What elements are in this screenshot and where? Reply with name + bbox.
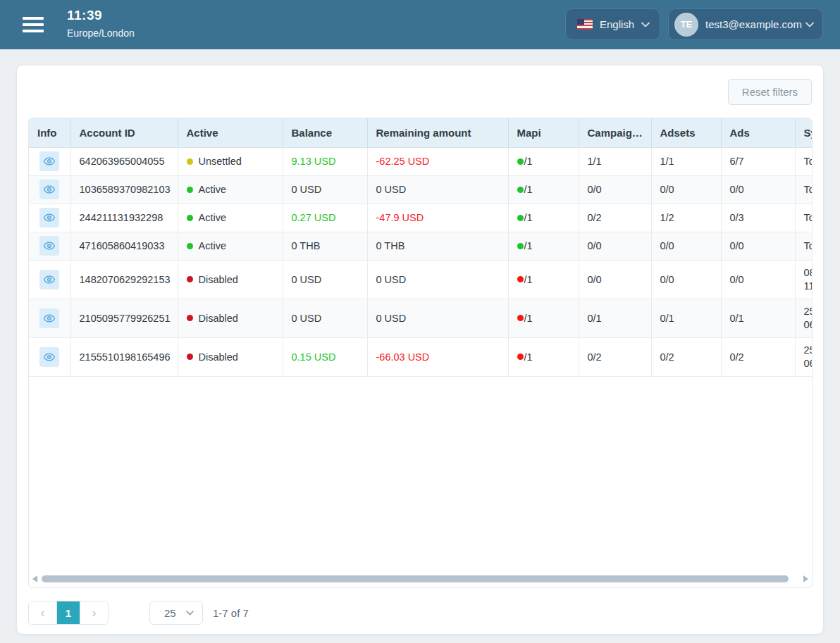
mapi-value: /1	[524, 313, 533, 324]
synced-line1: 25	[804, 344, 813, 357]
status-label: Active	[199, 240, 227, 251]
previous-page-button[interactable]: ‹	[29, 601, 57, 624]
status-dot-icon	[187, 354, 193, 360]
mapi-cell: /1	[508, 204, 579, 232]
user-menu[interactable]: TE test3@example.com	[668, 8, 823, 40]
status-label: Active	[199, 184, 227, 195]
mapi-dot-icon	[517, 276, 524, 282]
view-account-button[interactable]	[39, 208, 59, 227]
hamburger-menu-icon[interactable]	[23, 17, 44, 32]
pager: ‹ 1 ›	[28, 601, 109, 625]
status-label: Active	[199, 212, 227, 223]
view-account-button[interactable]	[39, 308, 59, 328]
column-header-campaigns: Campaig…	[579, 118, 651, 147]
top-bar: 11:39 Europe/London English TE test3@exa…	[0, 0, 840, 49]
info-cell	[29, 204, 70, 232]
scroll-left-arrow-icon[interactable]	[32, 575, 37, 582]
column-header-ads: Ads	[721, 118, 795, 147]
page-size-select[interactable]: 25	[149, 601, 203, 625]
mapi-value: /1	[524, 351, 533, 363]
us-flag-icon	[577, 19, 593, 30]
pagination-bar: ‹ 1 › 25 1-7 of 7	[28, 601, 249, 625]
remaining-amount-cell: -66.03 USD	[367, 337, 508, 376]
synced-cell: 2506	[795, 337, 813, 376]
status-cell: Active	[178, 175, 283, 204]
mapi-value: /1	[524, 274, 533, 285]
ads-cell: 0/0	[721, 232, 795, 260]
info-cell	[29, 232, 70, 260]
mapi-cell: /1	[508, 147, 579, 175]
ads-cell: 0/2	[721, 337, 795, 376]
adsets-cell: 1/2	[651, 204, 721, 232]
eye-icon	[43, 273, 56, 286]
column-header-mapi: Mapi	[508, 118, 579, 147]
remaining-amount-cell: 0 USD	[367, 260, 508, 299]
column-header-active: Active	[178, 118, 283, 147]
timezone-label: Europe/London	[67, 27, 135, 39]
synced-line2: 06	[804, 357, 813, 370]
mapi-dot-icon	[517, 187, 524, 193]
status-cell: Disabled	[178, 299, 283, 337]
mapi-cell: /1	[508, 337, 579, 376]
chevron-down-icon	[186, 611, 194, 616]
accounts-table: Info Account ID Active Balance Remaining…	[29, 118, 813, 377]
account-id-cell: 2155510198165496	[70, 337, 178, 376]
synced-line1: To	[804, 183, 813, 196]
eye-icon	[43, 183, 56, 196]
balance-cell: 0 USD	[283, 175, 367, 204]
status-label: Disabled	[199, 351, 238, 363]
status-dot-icon	[187, 276, 193, 282]
view-account-button[interactable]	[39, 347, 59, 367]
view-account-button[interactable]	[39, 270, 59, 289]
status-label: Unsettled	[199, 156, 242, 167]
status-cell: Disabled	[178, 337, 283, 376]
adsets-cell: 0/2	[651, 337, 721, 376]
reset-filters-button[interactable]: Reset filters	[728, 79, 812, 105]
balance-cell: 0.15 USD	[283, 337, 367, 376]
table-row: 244211131932298 Active 0.27 USD -47.9 US…	[29, 204, 813, 232]
account-id-cell: 471605860419033	[70, 232, 178, 260]
scrollbar-thumb[interactable]	[42, 575, 789, 582]
status-label: Disabled	[199, 313, 238, 324]
ads-cell: 0/1	[721, 299, 795, 337]
column-header-account-id: Account ID	[70, 118, 178, 147]
mapi-dot-icon	[517, 158, 524, 165]
mapi-cell: /1	[508, 175, 579, 204]
column-header-info: Info	[29, 118, 70, 147]
campaigns-cell: 0/0	[579, 260, 651, 299]
view-account-button[interactable]	[39, 151, 59, 171]
view-account-button[interactable]	[39, 236, 59, 256]
next-page-button[interactable]: ›	[80, 601, 108, 624]
page-size-value: 25	[164, 607, 176, 619]
campaigns-cell: 0/0	[579, 175, 651, 204]
table-row: 2105095779926251 Disabled 0 USD 0 USD /1…	[29, 299, 813, 337]
balance-cell: 9.13 USD	[283, 147, 367, 175]
status-label: Disabled	[199, 274, 238, 285]
current-page-button[interactable]: 1	[57, 601, 80, 624]
status-dot-icon	[187, 215, 193, 221]
remaining-amount-cell: -47.9 USD	[367, 204, 508, 232]
mapi-dot-icon	[517, 215, 524, 221]
campaigns-cell: 0/0	[579, 232, 651, 260]
accounts-table-container: Info Account ID Active Balance Remaining…	[28, 118, 813, 588]
info-cell	[29, 337, 70, 376]
synced-line1: To	[804, 211, 813, 225]
scroll-right-arrow-icon[interactable]	[803, 575, 808, 582]
pagination-range-label: 1-7 of 7	[213, 607, 249, 619]
account-id-cell: 642063965004055	[70, 147, 178, 175]
status-dot-icon	[187, 315, 193, 321]
ads-cell: 0/0	[721, 175, 795, 204]
user-email: test3@example.com	[705, 18, 802, 30]
synced-cell: To	[795, 175, 813, 204]
campaigns-cell: 0/2	[579, 337, 651, 376]
campaigns-cell: 0/1	[579, 299, 651, 337]
status-dot-icon	[187, 187, 193, 193]
mapi-value: /1	[524, 212, 533, 223]
synced-line2: 06	[804, 318, 813, 332]
language-selector[interactable]: English	[565, 8, 660, 40]
eye-icon	[43, 239, 56, 252]
status-dot-icon	[187, 158, 193, 165]
status-cell: Unsettled	[178, 147, 283, 175]
main-card: Reset filters Info Account ID Active Bal…	[17, 65, 823, 634]
view-account-button[interactable]	[39, 180, 59, 199]
